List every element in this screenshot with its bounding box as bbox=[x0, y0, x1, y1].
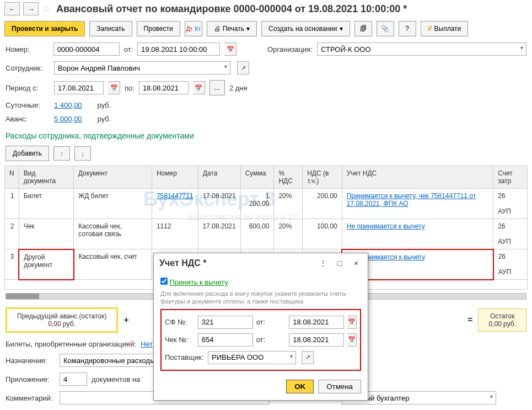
dialog-hint: Для включения расхода в книгу покупок ук… bbox=[160, 289, 361, 307]
link-button[interactable]: 🗐 bbox=[354, 21, 372, 36]
org-label: Организация: bbox=[267, 45, 313, 54]
section-title: Расходы сотрудника, подтвержденные докум… bbox=[0, 126, 532, 143]
dtct-button[interactable]: ДтКт bbox=[185, 21, 202, 36]
doc-num-link[interactable]: 7581447711 bbox=[157, 192, 194, 200]
move-up-button[interactable]: ↑ bbox=[53, 146, 70, 161]
advance-link[interactable]: 5 000,00 bbox=[54, 115, 82, 123]
period-from-input[interactable] bbox=[54, 81, 104, 94]
sf-label: СФ №: bbox=[165, 318, 195, 326]
sf-date-label: от: bbox=[256, 318, 286, 326]
printer-icon: 🖨 bbox=[214, 25, 221, 33]
period-days: 2 дня bbox=[229, 84, 248, 92]
dialog-title: Учет НДС * bbox=[159, 258, 313, 268]
period-more-button[interactable]: … bbox=[209, 80, 225, 95]
vat-link[interactable]: Не принимается к вычету bbox=[347, 222, 425, 230]
vat-link[interactable]: Принимается к вычету, чек 7581447711 от … bbox=[347, 192, 476, 207]
calendar-icon[interactable]: 📅 bbox=[224, 42, 237, 56]
nav-forward-button[interactable]: → bbox=[23, 2, 39, 15]
rest-box: Остаток 0,00 руб. bbox=[478, 308, 526, 332]
sf-num-input[interactable] bbox=[198, 316, 253, 329]
tickets-label: Билеты, приобретенные организацией: bbox=[6, 340, 136, 348]
number-label: Номер: bbox=[6, 45, 49, 54]
attach-unit: документов на bbox=[92, 375, 140, 384]
sf-date-input[interactable] bbox=[289, 316, 344, 329]
kt-icon: Кт bbox=[195, 26, 200, 32]
add-button[interactable]: Добавить bbox=[6, 146, 49, 161]
more-icon[interactable]: ⋮ bbox=[317, 258, 329, 269]
vat-dialog: Учет НДС * ⋮ □ × Принять к вычету Для вк… bbox=[153, 253, 368, 401]
page-title: Авансовый отчет по командировке 0000-000… bbox=[56, 3, 407, 15]
dt-icon: Дт bbox=[186, 26, 192, 32]
rub-label-2: руб. bbox=[98, 115, 111, 123]
col-doc[interactable]: Документ bbox=[74, 166, 152, 189]
cancel-button[interactable]: Отмена bbox=[318, 380, 361, 393]
calendar-icon[interactable]: 📅 bbox=[193, 81, 205, 94]
calendar-icon[interactable]: 📅 bbox=[347, 316, 357, 329]
attach-label: Приложение: bbox=[6, 375, 55, 384]
maximize-icon[interactable]: □ bbox=[334, 258, 346, 269]
close-icon[interactable]: × bbox=[350, 258, 362, 269]
period-to-label: по: bbox=[125, 84, 135, 92]
table-row[interactable]: 2 Чек Кассовый чек, сотовая связь 1112 1… bbox=[5, 219, 528, 249]
col-vat[interactable]: НДС (в т.ч.) bbox=[303, 166, 342, 189]
ruble-icon: ₽ bbox=[428, 25, 432, 33]
chevron-down-icon: ▾ bbox=[340, 25, 343, 33]
chk-date-label: от: bbox=[256, 336, 286, 344]
col-doctype[interactable]: Вид документа bbox=[19, 166, 73, 189]
daily-label: Суточные: bbox=[6, 101, 50, 109]
prev-advance-box: Предыдущий аванс (остаток) 0,00 руб. bbox=[6, 307, 118, 333]
open-employee-button[interactable]: ↗ bbox=[237, 61, 249, 74]
chk-date-input[interactable] bbox=[289, 333, 344, 347]
org-input[interactable] bbox=[317, 42, 526, 56]
calendar-icon[interactable]: 📅 bbox=[108, 81, 120, 94]
move-down-button[interactable]: ↓ bbox=[74, 146, 91, 161]
plus-sign: + bbox=[123, 315, 128, 325]
number-input[interactable] bbox=[53, 42, 120, 56]
purpose-label: Назначение: bbox=[6, 356, 55, 365]
advance-label: Аванс: bbox=[6, 115, 50, 123]
col-vatacct[interactable]: Учет НДС bbox=[342, 166, 493, 189]
date-input[interactable] bbox=[137, 42, 220, 56]
col-date[interactable]: Дата bbox=[198, 166, 240, 189]
employee-label: Сотрудник: bbox=[6, 64, 50, 72]
print-button[interactable]: 🖨 Печать ▾ bbox=[207, 21, 257, 36]
accept-checkbox-label[interactable]: Принять к вычету bbox=[160, 278, 228, 286]
favorite-icon[interactable]: ☆ bbox=[42, 3, 51, 15]
attach-input[interactable] bbox=[60, 372, 87, 386]
accept-checkbox[interactable] bbox=[160, 278, 168, 285]
date-label: от: bbox=[124, 45, 133, 54]
supplier-input[interactable] bbox=[208, 351, 296, 364]
period-from-label: Период с: bbox=[6, 84, 50, 92]
eq-sign: = bbox=[467, 315, 472, 325]
table-row[interactable]: 1 Билет ЖД билет 7581447711 17.08.2021 1… bbox=[5, 189, 528, 219]
chk-num-input[interactable] bbox=[198, 333, 253, 347]
comment-label: Комментарий: bbox=[6, 394, 55, 402]
col-n[interactable]: N bbox=[5, 166, 19, 189]
col-num[interactable]: Номер bbox=[152, 166, 198, 189]
link-icon: 🗐 bbox=[360, 25, 367, 33]
employee-input[interactable] bbox=[54, 61, 230, 74]
write-button[interactable]: Записать bbox=[89, 21, 132, 36]
col-acct[interactable]: Счет затр bbox=[493, 166, 528, 189]
rub-label: руб. bbox=[98, 101, 111, 109]
post-close-button[interactable]: Провести и закрыть bbox=[4, 21, 85, 36]
attach-button[interactable]: 📎 bbox=[377, 21, 394, 36]
nav-back-button[interactable]: ← bbox=[4, 2, 20, 15]
pay-button[interactable]: ₽ Выплати bbox=[421, 21, 469, 36]
tickets-link[interactable]: Нет bbox=[141, 340, 153, 348]
supplier-label: Поставщик: bbox=[165, 353, 205, 361]
open-supplier-button[interactable]: ↗ bbox=[302, 351, 314, 364]
create-based-button[interactable]: Создать на основании ▾ bbox=[261, 21, 350, 36]
period-to-input[interactable] bbox=[139, 81, 189, 94]
post-button[interactable]: Провести bbox=[137, 21, 180, 36]
col-sum[interactable]: Сумма bbox=[240, 166, 274, 189]
col-vatpct[interactable]: % НДС bbox=[274, 166, 303, 189]
scrollbar-thumb[interactable] bbox=[6, 294, 39, 299]
chevron-down-icon: ▾ bbox=[246, 25, 250, 33]
ok-button[interactable]: OK bbox=[286, 380, 314, 393]
daily-link[interactable]: 1 400,00 bbox=[54, 101, 82, 109]
clip-icon: 📎 bbox=[381, 25, 389, 33]
help-button[interactable]: ? bbox=[399, 21, 416, 36]
chk-label: Чек №: bbox=[165, 336, 195, 344]
calendar-icon[interactable]: 📅 bbox=[347, 333, 357, 347]
